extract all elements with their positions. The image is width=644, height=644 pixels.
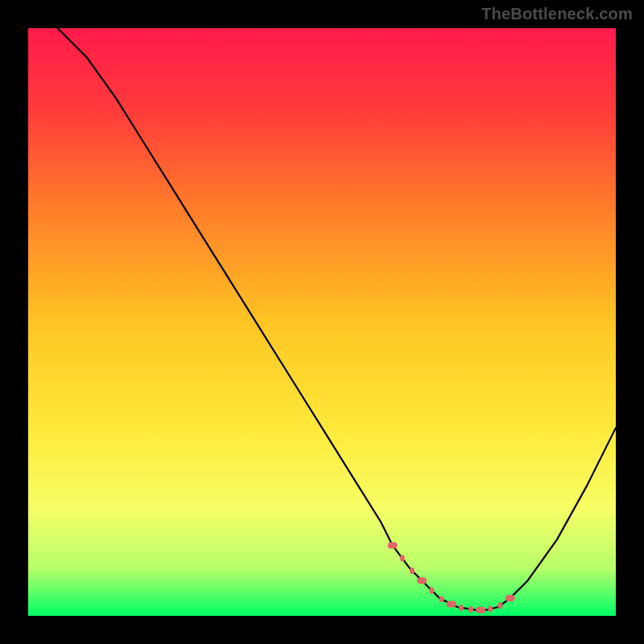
svg-rect-0 bbox=[388, 542, 398, 548]
svg-rect-8 bbox=[469, 606, 473, 613]
svg-rect-10 bbox=[488, 606, 493, 613]
chart-frame: TheBottleneck.com bbox=[0, 0, 644, 644]
svg-rect-12 bbox=[506, 595, 515, 601]
svg-rect-5 bbox=[439, 596, 444, 602]
svg-rect-6 bbox=[447, 601, 456, 607]
svg-rect-2 bbox=[410, 568, 415, 574]
svg-rect-4 bbox=[429, 587, 434, 593]
svg-rect-9 bbox=[476, 607, 485, 613]
watermark-text: TheBottleneck.com bbox=[481, 5, 633, 23]
svg-rect-11 bbox=[497, 602, 502, 609]
svg-rect-3 bbox=[417, 577, 427, 584]
svg-rect-7 bbox=[459, 605, 464, 611]
gradient-background bbox=[28, 28, 616, 616]
svg-rect-1 bbox=[400, 555, 405, 562]
bottleneck-chart bbox=[28, 28, 616, 616]
